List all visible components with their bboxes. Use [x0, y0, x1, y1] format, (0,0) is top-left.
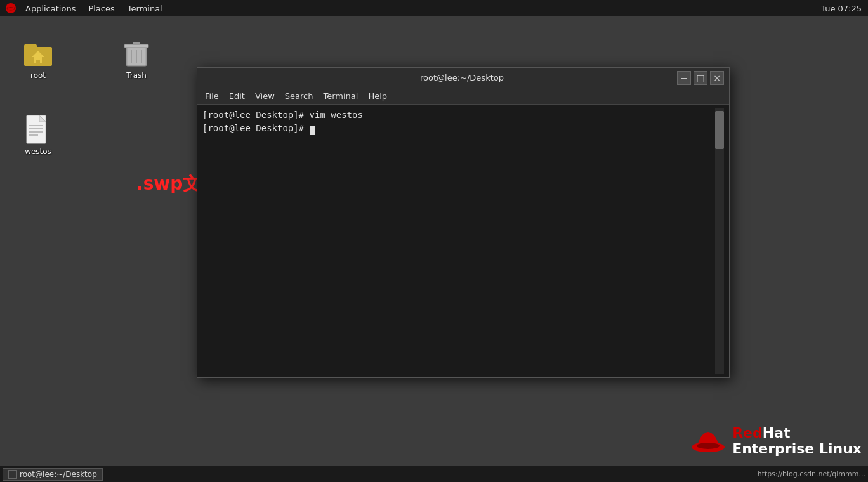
- terminal-menu-search[interactable]: Search: [280, 90, 319, 102]
- terminal-menu-terminal[interactable]: Terminal: [318, 90, 363, 102]
- menu-places[interactable]: Places: [82, 3, 121, 15]
- svg-rect-4: [24, 44, 37, 49]
- redhat-name-bottom: Enterprise Linux: [732, 441, 862, 457]
- redhat-hat-icon: [691, 427, 726, 455]
- terminal-menu-file[interactable]: File: [200, 90, 224, 102]
- document-icon: [23, 114, 53, 145]
- desktop-icon-trash[interactable]: Trash: [111, 36, 162, 82]
- terminal-scrollbar[interactable]: [715, 108, 724, 374]
- clock: Tue 07:25: [821, 4, 862, 13]
- desktop-icon-root[interactable]: root: [13, 36, 63, 82]
- desktop: root Trash: [0, 16, 868, 482]
- svg-rect-7: [36, 60, 40, 63]
- redhat-logo: RedHat Enterprise Linux: [691, 425, 862, 457]
- terminal-title: root@lee:~/Desktop: [247, 73, 677, 82]
- terminal-menu-edit[interactable]: Edit: [224, 90, 250, 102]
- redhat-brand: RedHat Enterprise Linux: [691, 425, 862, 457]
- svg-point-22: [697, 443, 720, 449]
- terminal-window-controls: − □ ×: [677, 71, 724, 85]
- maximize-button[interactable]: □: [694, 71, 707, 85]
- terminal-window: root@lee:~/Desktop − □ × File Edit View …: [197, 67, 730, 378]
- terminal-menu-view[interactable]: View: [250, 90, 280, 102]
- westos-icon-label: westos: [25, 147, 51, 156]
- svg-rect-14: [128, 48, 145, 65]
- root-icon-label: root: [30, 71, 46, 80]
- taskbar-url: https://blog.csdn.net/qimmm...: [758, 470, 865, 478]
- folder-icon: [23, 38, 53, 68]
- menu-terminal[interactable]: Terminal: [121, 3, 169, 15]
- menubar: Applications Places Terminal Tue 07:25: [0, 0, 868, 16]
- scrollbar-thumb[interactable]: [715, 111, 724, 149]
- terminal-body[interactable]: [root@lee Desktop]# vim westos [root@lee…: [197, 105, 729, 377]
- redhat-name-top: RedHat: [732, 425, 862, 441]
- trash-icon: [121, 38, 152, 68]
- taskbar: root@lee:~/Desktop https://blog.csdn.net…: [0, 466, 868, 482]
- minimize-button[interactable]: −: [677, 71, 691, 85]
- desktop-icon-westos[interactable]: westos: [13, 112, 63, 159]
- redhat-menu-icon: [5, 3, 16, 14]
- terminal-content: [root@lee Desktop]# vim westos [root@lee…: [202, 108, 715, 374]
- close-button[interactable]: ×: [710, 71, 724, 85]
- trash-icon-label: Trash: [126, 71, 147, 80]
- redhat-name: RedHat Enterprise Linux: [732, 425, 862, 457]
- svg-rect-10: [133, 42, 140, 45]
- terminal-titlebar: root@lee:~/Desktop − □ ×: [197, 68, 729, 88]
- terminal-menu-help[interactable]: Help: [363, 90, 392, 102]
- taskbar-terminal-item[interactable]: root@lee:~/Desktop: [3, 468, 103, 481]
- terminal-menubar: File Edit View Search Terminal Help: [197, 88, 729, 105]
- taskbar-item-label: root@lee:~/Desktop: [20, 470, 97, 479]
- menu-applications[interactable]: Applications: [19, 3, 82, 15]
- taskbar-terminal-icon: [8, 470, 17, 479]
